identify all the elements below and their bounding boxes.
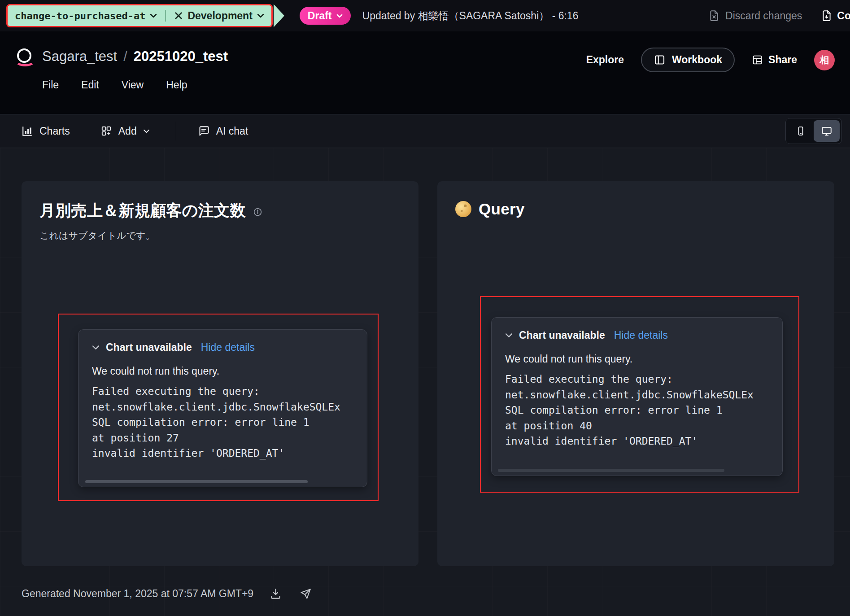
commit-file-icon: [821, 10, 833, 22]
branch-banner: change-to-purchased-at Development: [6, 4, 284, 27]
avatar-initial: 相: [820, 54, 829, 66]
add-label: Add: [118, 125, 137, 137]
app-window: change-to-purchased-at Development: [0, 0, 850, 616]
dashboard-footer: Generated November 1, 2025 at 07:57 AM G…: [22, 588, 312, 600]
explore-button[interactable]: Explore: [586, 54, 624, 66]
mobile-view-button[interactable]: [788, 120, 814, 142]
dev-tools-icon: [174, 11, 183, 20]
chart-error-panel: Chart unavailable Hide details We could …: [491, 317, 783, 476]
discard-changes-button[interactable]: Discard changes: [708, 10, 802, 22]
add-grid-icon: [100, 125, 112, 137]
monitor-icon: [821, 125, 833, 137]
breadcrumb: Sagara_test / 20251020_test: [42, 48, 228, 65]
hide-details-link[interactable]: Hide details: [201, 341, 255, 354]
environment-name: Development: [187, 10, 252, 22]
share-label: Share: [768, 54, 797, 66]
horizontal-scrollbar[interactable]: [85, 480, 308, 483]
download-icon[interactable]: [270, 588, 282, 600]
chevron-down-icon: [143, 129, 150, 133]
avatar[interactable]: 相: [814, 50, 835, 70]
divider: [165, 10, 166, 22]
error-title: Chart unavailable: [519, 329, 605, 341]
header-actions: Explore Workbook Share 相: [586, 48, 835, 72]
tile-title: Query: [479, 200, 525, 218]
generated-timestamp: Generated November 1, 2025 at 07:57 AM G…: [22, 588, 253, 600]
discard-label: Discard changes: [725, 10, 802, 22]
tile-title: 月別売上＆新規顧客の注文数: [39, 200, 246, 221]
ai-chat-button[interactable]: AI chat: [198, 125, 248, 137]
share-button[interactable]: Share: [752, 54, 797, 66]
phone-icon: [795, 126, 806, 136]
breadcrumb-workspace[interactable]: Sagara_test: [42, 48, 117, 65]
error-message: We could not run this query.: [505, 353, 769, 365]
breadcrumb-separator: /: [123, 48, 127, 65]
error-title: Chart unavailable: [106, 341, 192, 354]
draft-label: Draft: [308, 10, 332, 22]
branch-banner-arrow: [274, 4, 284, 27]
send-icon[interactable]: [300, 588, 312, 600]
chevron-down-icon: [336, 14, 343, 18]
desktop-view-button[interactable]: [814, 120, 840, 142]
error-details: Failed executing the query: net.snowflak…: [505, 371, 769, 449]
commit-button[interactable]: Co: [821, 10, 850, 22]
collapse-chevron-icon[interactable]: [92, 345, 100, 350]
discard-file-icon: [708, 10, 720, 22]
branch-name: change-to-purchased-at: [15, 10, 145, 22]
environment-dropdown[interactable]: Development: [174, 10, 264, 22]
updated-by-text: Updated by 相樂悟（SAGARA Satoshi） - 6:16: [362, 9, 579, 23]
hide-details-link[interactable]: Hide details: [614, 329, 668, 341]
branch-selector[interactable]: change-to-purchased-at Development: [6, 4, 273, 27]
chart-error-panel: Chart unavailable Hide details We could …: [78, 329, 367, 487]
tile-monthly-sales[interactable]: 月別売上＆新規顧客の注文数 これはサブタイトルです。 Chart unavail…: [22, 181, 418, 566]
dashboard-toolbar: Charts Add AI chat: [0, 114, 850, 148]
error-details: Failed executing the query: net.snowflak…: [92, 384, 353, 461]
menu-help[interactable]: Help: [166, 79, 187, 91]
menu-file[interactable]: File: [42, 79, 59, 91]
charts-label: Charts: [39, 125, 70, 137]
draft-status-pill[interactable]: Draft: [300, 7, 351, 25]
annotation-highlight: Chart unavailable Hide details We could …: [58, 314, 379, 501]
bar-chart-icon: [22, 125, 33, 137]
info-icon[interactable]: [253, 207, 262, 217]
error-message: We could not run this query.: [92, 365, 353, 377]
ai-chat-label: AI chat: [216, 125, 248, 137]
breadcrumb-document-title[interactable]: 20251020_test: [134, 48, 228, 65]
commit-label: Co: [837, 10, 850, 22]
workbook-button[interactable]: Workbook: [641, 48, 735, 72]
annotation-highlight: Chart unavailable Hide details We could …: [480, 296, 799, 493]
menu-bar: File Edit View Help: [42, 79, 187, 91]
tile-query[interactable]: Query Chart unavailable Hide details We …: [437, 181, 834, 566]
add-button[interactable]: Add: [100, 125, 150, 137]
document-header: Sagara_test / 20251020_test Explore Work…: [0, 31, 850, 114]
branch-dropdown[interactable]: change-to-purchased-at: [15, 10, 157, 22]
divider: [176, 122, 176, 140]
logo-accent-arc: [15, 56, 35, 66]
charts-button[interactable]: Charts: [22, 125, 70, 137]
device-view-toggle: [785, 118, 842, 144]
moon-icon: [455, 201, 471, 217]
omni-logo[interactable]: [15, 48, 36, 66]
menu-edit[interactable]: Edit: [81, 79, 99, 91]
workbook-label: Workbook: [672, 54, 722, 66]
chat-bubble-icon: [198, 125, 210, 137]
book-icon: [654, 54, 666, 66]
dashboard-canvas: 月別売上＆新規顧客の注文数 これはサブタイトルです。 Chart unavail…: [0, 148, 850, 616]
menu-view[interactable]: View: [122, 79, 144, 91]
top-bar: change-to-purchased-at Development: [0, 0, 850, 31]
chevron-down-icon: [257, 13, 264, 18]
chevron-down-icon: [150, 13, 157, 18]
tile-subtitle: これはサブタイトルです。: [39, 229, 401, 242]
grid-icon: [752, 54, 763, 66]
collapse-chevron-icon[interactable]: [505, 333, 513, 338]
horizontal-scrollbar[interactable]: [498, 469, 724, 472]
